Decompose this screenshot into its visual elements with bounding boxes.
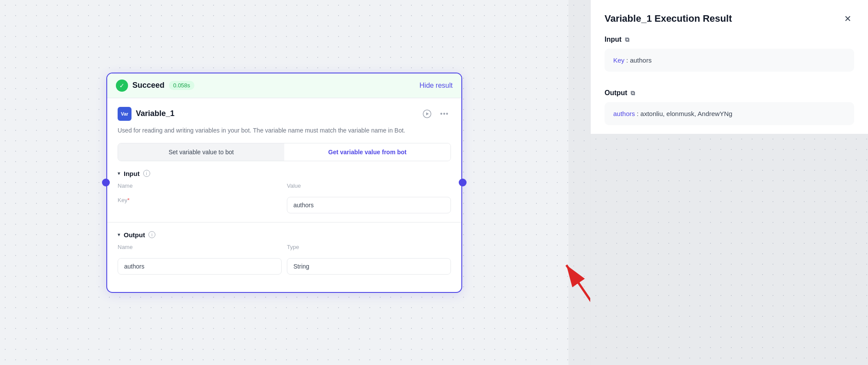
output-section-title-row: ▾ Output i bbox=[118, 231, 451, 239]
result-input-value: authors bbox=[630, 56, 651, 64]
right-connector-dot bbox=[459, 179, 467, 186]
result-output-value: axtonliu, elonmusk, AndrewYNg bbox=[641, 110, 733, 117]
key-value-input[interactable] bbox=[287, 197, 451, 213]
input-info-icon: i bbox=[143, 170, 150, 177]
input-section-title-row: ▾ Input i bbox=[118, 170, 451, 177]
output-section-title: Output bbox=[124, 231, 145, 239]
result-panel-title: Variable_1 Execution Result bbox=[605, 13, 732, 24]
key-name-col: Key* bbox=[118, 197, 282, 213]
output-section: ▾ Output i Name Type bbox=[118, 231, 451, 275]
result-output-label: Output ⧉ bbox=[605, 89, 854, 97]
hide-result-button[interactable]: Hide result bbox=[420, 82, 453, 90]
value-field-col: Value bbox=[287, 182, 451, 192]
play-button[interactable] bbox=[421, 107, 434, 120]
key-value-col bbox=[287, 197, 451, 213]
input-section: ▾ Input i Name Value bbox=[118, 170, 451, 213]
name-field-col: Name bbox=[118, 182, 282, 192]
result-panel: Variable_1 Execution Result ✕ Input ⧉ Ke… bbox=[590, 0, 868, 365]
name-label: Name bbox=[118, 182, 282, 189]
output-name-col: Name bbox=[118, 244, 282, 253]
output-field-grid: Name Type bbox=[118, 244, 451, 275]
output-type-input-col bbox=[287, 258, 451, 275]
output-name-input[interactable] bbox=[118, 258, 282, 275]
tab-set-variable[interactable]: Set variable value to bot bbox=[118, 143, 284, 161]
input-field-grid: Name Value Key* bbox=[118, 182, 451, 213]
node-title-row: Var Variable_1 ••• bbox=[118, 107, 451, 121]
result-input-key: Key bbox=[613, 56, 625, 64]
result-output-colon: : bbox=[637, 110, 640, 117]
left-connector-dot bbox=[102, 179, 110, 186]
input-chevron-icon: ▾ bbox=[118, 170, 120, 176]
result-panel-background bbox=[591, 134, 868, 365]
canvas-separator bbox=[569, 0, 590, 365]
time-badge: 0.058s bbox=[169, 81, 194, 90]
node-body: Var Variable_1 ••• Used for reading and … bbox=[107, 98, 461, 292]
output-name-label: Name bbox=[118, 244, 282, 250]
input-copy-icon[interactable]: ⧉ bbox=[625, 36, 629, 43]
result-output-section: Output ⧉ authors : axtonliu, elonmusk, A… bbox=[605, 89, 854, 134]
close-icon: ✕ bbox=[844, 13, 852, 24]
var-icon: Var bbox=[118, 107, 132, 121]
key-label: Key* bbox=[118, 197, 282, 203]
node-description: Used for reading and writing variables i… bbox=[118, 126, 451, 135]
tab-get-variable[interactable]: Get variable value from bot bbox=[284, 143, 450, 161]
result-input-section: Input ⧉ Key : authors bbox=[605, 36, 854, 80]
play-icon bbox=[423, 110, 431, 118]
output-info-icon: i bbox=[148, 231, 155, 238]
close-button[interactable]: ✕ bbox=[841, 12, 854, 25]
variable-node-card: ✓ Succeed 0.058s Hide result Var Variabl… bbox=[106, 73, 462, 293]
output-type-input[interactable] bbox=[287, 258, 451, 275]
tab-group: Set variable value to bot Get variable v… bbox=[118, 143, 451, 161]
svg-marker-1 bbox=[426, 112, 429, 115]
success-icon: ✓ bbox=[116, 80, 128, 92]
output-name-input-col bbox=[118, 258, 282, 275]
node-header-bar: ✓ Succeed 0.058s Hide result bbox=[107, 73, 461, 98]
succeed-label: Succeed bbox=[132, 81, 164, 90]
result-input-label: Input ⧉ bbox=[605, 36, 854, 43]
input-section-title: Input bbox=[124, 170, 140, 177]
value-label: Value bbox=[287, 182, 451, 189]
output-copy-icon[interactable]: ⧉ bbox=[631, 90, 635, 97]
more-icon: ••• bbox=[440, 110, 449, 118]
result-output-box: authors : axtonliu, elonmusk, AndrewYNg bbox=[605, 102, 854, 125]
node-title: Variable_1 bbox=[136, 109, 416, 118]
result-input-box: Key : authors bbox=[605, 49, 854, 72]
output-chevron-icon: ▾ bbox=[118, 232, 120, 238]
result-output-key: authors bbox=[613, 110, 635, 117]
more-options-button[interactable]: ••• bbox=[438, 107, 451, 120]
result-panel-header: Variable_1 Execution Result ✕ bbox=[605, 12, 854, 25]
output-type-label: Type bbox=[287, 244, 451, 250]
required-asterisk: * bbox=[127, 197, 129, 203]
section-divider bbox=[107, 222, 461, 222]
output-type-col: Type bbox=[287, 244, 451, 253]
